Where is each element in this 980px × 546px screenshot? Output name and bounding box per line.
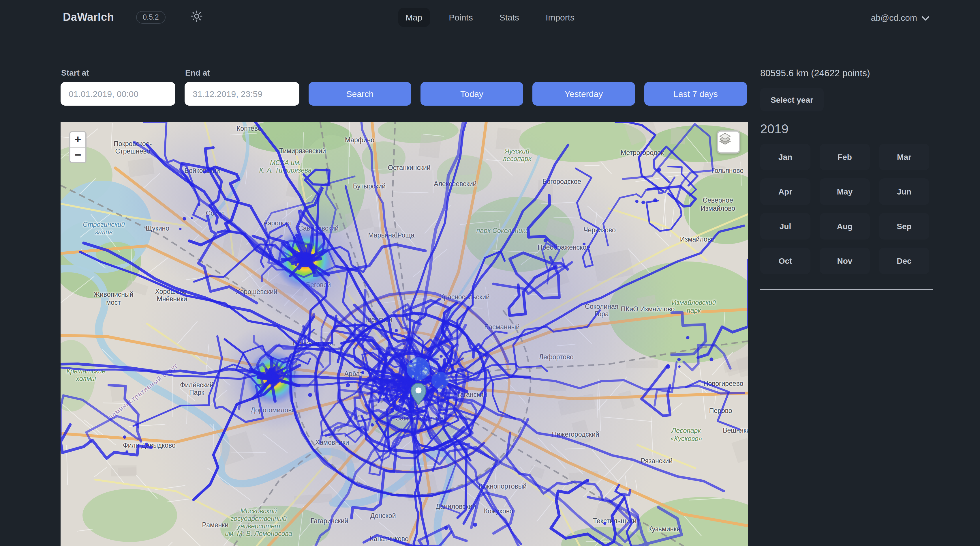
chevron-down-icon bbox=[922, 13, 929, 22]
month-button-jan[interactable]: Jan bbox=[760, 144, 810, 170]
month-button-nov[interactable]: Nov bbox=[820, 247, 870, 274]
search-button[interactable]: Search bbox=[309, 82, 411, 105]
month-button-apr[interactable]: Apr bbox=[760, 178, 810, 205]
month-button-jun[interactable]: Jun bbox=[879, 178, 929, 205]
month-button-dec[interactable]: Dec bbox=[879, 247, 929, 274]
month-button-may[interactable]: May bbox=[820, 178, 870, 205]
start-at-label: Start at bbox=[61, 68, 175, 77]
zoom-out-button[interactable]: − bbox=[70, 147, 85, 162]
top-navbar: DaWarIch 0.5.2 Map Points Stats Imports … bbox=[0, 0, 980, 35]
start-at-input[interactable] bbox=[60, 82, 175, 105]
today-button[interactable]: Today bbox=[420, 82, 523, 105]
yesterday-button[interactable]: Yesterday bbox=[532, 82, 635, 105]
end-at-input[interactable] bbox=[185, 82, 299, 105]
map-layers-control[interactable] bbox=[717, 131, 740, 153]
end-at-label: End at bbox=[185, 68, 299, 77]
app-root: DaWarIch 0.5.2 Map Points Stats Imports … bbox=[0, 0, 980, 546]
brand-logo[interactable]: DaWarIch bbox=[63, 11, 114, 24]
right-sidebar: 80595.6 km (24622 points) Select year 20… bbox=[760, 68, 934, 290]
filter-row: Start at End at Search Today Yesterday L… bbox=[60, 68, 747, 105]
end-at-field: End at bbox=[185, 68, 299, 105]
main-tabs: Map Points Stats Imports bbox=[398, 8, 582, 27]
tab-imports[interactable]: Imports bbox=[538, 8, 582, 27]
map-container[interactable]: КоптевоПокровское- СтрешневоТимирязевски… bbox=[60, 122, 748, 546]
month-grid: Jan Feb Mar Apr May Jun Jul Aug Sep Oct … bbox=[760, 144, 934, 274]
tab-points[interactable]: Points bbox=[441, 8, 480, 27]
sun-icon bbox=[191, 10, 203, 24]
zoom-in-button[interactable]: + bbox=[70, 132, 85, 147]
month-button-mar[interactable]: Mar bbox=[879, 144, 929, 170]
month-button-aug[interactable]: Aug bbox=[820, 213, 870, 239]
month-button-sep[interactable]: Sep bbox=[879, 213, 929, 239]
month-button-oct[interactable]: Oct bbox=[760, 247, 810, 274]
theme-toggle-button[interactable] bbox=[191, 10, 203, 24]
user-menu[interactable]: ab@cd.com bbox=[871, 13, 929, 22]
sidebar-divider bbox=[760, 289, 933, 290]
map-zoom-control: + − bbox=[69, 131, 86, 163]
month-button-jul[interactable]: Jul bbox=[760, 213, 810, 239]
last-7-days-button[interactable]: Last 7 days bbox=[644, 82, 747, 105]
month-button-feb[interactable]: Feb bbox=[820, 144, 870, 170]
version-badge: 0.5.2 bbox=[136, 11, 166, 24]
select-year-button[interactable]: Select year bbox=[760, 88, 824, 112]
year-heading: 2019 bbox=[760, 122, 934, 137]
user-email: ab@cd.com bbox=[871, 13, 917, 22]
distance-stats: 80595.6 km (24622 points) bbox=[760, 68, 934, 78]
tab-stats[interactable]: Stats bbox=[492, 8, 527, 27]
map-tracks-layer bbox=[60, 122, 748, 546]
start-at-field: Start at bbox=[60, 68, 175, 105]
tab-map[interactable]: Map bbox=[398, 8, 430, 27]
